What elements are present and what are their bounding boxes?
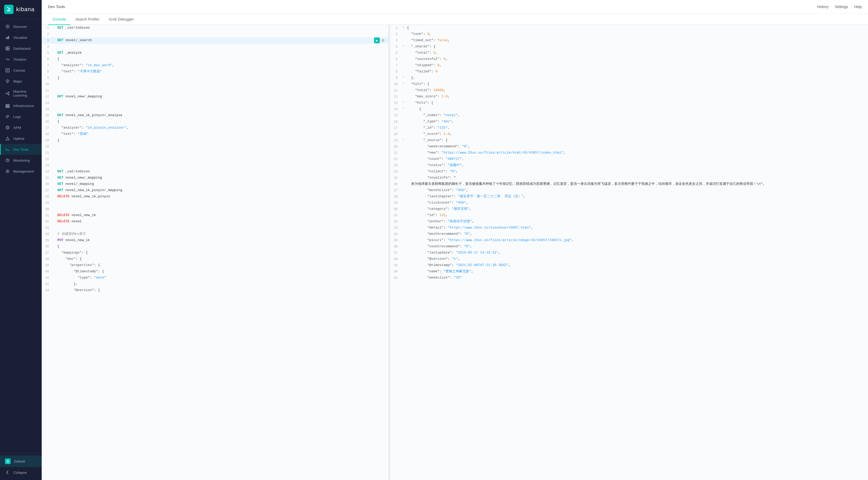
console-line-41[interactable]: 41 "type": "date" [42,275,389,281]
svg-line-18 [7,94,8,94]
sidebar-item-timelion[interactable]: Timelion [0,54,42,65]
output-fold-gutter[interactable]: ▾ [401,44,406,48]
sidebar-item-discover[interactable]: Discover [0,21,42,32]
fold-icon[interactable]: ▾ [402,75,404,79]
svg-point-15 [8,92,9,93]
console-line-40[interactable]: 40 "@timestamp": { [42,269,389,275]
console-line-16[interactable]: 16{ [42,119,389,125]
fold-icon[interactable]: ▾ [402,106,404,111]
console-line-26[interactable]: 26GET novel/_mapping [42,181,389,187]
output-fold-gutter[interactable]: ▾ [401,100,406,104]
sidebar-item-space-label: Default [14,459,25,464]
console-line-5[interactable]: 5GET _analyze [42,50,389,56]
console-line-20[interactable]: 20 [42,144,389,150]
line-number: 14 [43,106,52,112]
output-line-29: 29 "clickcount": "456", [390,200,868,206]
console-line-12[interactable]: 12GET novel_new/_mapping [42,94,389,100]
console-line-24[interactable]: 24GET _cat/indices [42,169,389,175]
console-line-6[interactable]: 6{ [42,56,389,63]
sidebar-item-apm[interactable]: APM [0,122,42,133]
console-line-35[interactable]: 35PUT novel_new_ik [42,237,389,244]
line-number: 37 [43,250,52,255]
console-line-29[interactable]: 29 [42,200,389,206]
console-editor[interactable]: 1GET _cat/indices23GET novel/_search ▶ ⚙… [42,25,389,480]
line-number: 30 [43,206,52,212]
fold-icon[interactable]: ▾ [402,137,404,142]
console-line-36[interactable]: 36{ [42,244,389,250]
sidebar-item-ml[interactable]: Machine Learning [0,87,42,100]
sidebar-item-logs[interactable]: Logs [0,111,42,122]
console-line-38[interactable]: 38 "doc": { [42,256,389,263]
line-content: GET novel_new/_mapping [56,175,388,181]
console-line-13[interactable]: 13 [42,100,389,106]
editor-area: 1GET _cat/indices23GET novel/_search ▶ ⚙… [42,25,868,480]
output-line-13: 13▾ "hits": [ [390,100,868,106]
console-line-31[interactable]: 31DELETE novel_new_ik [42,212,389,219]
space-icon: D [5,458,11,464]
console-line-1[interactable]: 1GET _cat/indices [42,25,389,31]
console-line-8[interactable]: 8 "text": "卡弗卡大数据" [42,69,389,75]
console-line-15[interactable]: 15GET novel_new_ik_pinyin/_analyze [42,112,389,119]
console-line-28[interactable]: 28DELETE novel_new_ik_pinyin [42,194,389,200]
console-line-22[interactable]: 22 [42,156,389,163]
console-line-42[interactable]: 42 }, [42,281,389,287]
sidebar-item-space[interactable]: D Default [0,455,42,467]
console-line-9[interactable]: 9} [42,75,389,81]
sidebar-item-canvas[interactable]: Canvas [0,65,42,76]
fold-icon[interactable]: ▾ [402,25,404,29]
output-line-number: 12 [391,94,401,99]
tab-console[interactable]: Console [48,13,71,25]
output-line-number: 28 [391,194,401,199]
settings-link[interactable]: Settings [835,5,848,9]
console-line-43[interactable]: 43 "@version": { [42,287,389,294]
output-fold-gutter[interactable]: ▾ [401,81,406,85]
sidebar-item-visualize[interactable]: Visualize [0,32,42,43]
sidebar-item-monitoring[interactable]: Monitoring [0,155,42,166]
console-line-3[interactable]: 3GET novel/_search ▶ ⚙ [42,37,389,44]
output-editor[interactable]: 1▾{2 "took": 0,3 "timed_out": false,4▾ "… [390,25,868,480]
console-line-30[interactable]: 30 [42,206,389,212]
console-line-7[interactable]: 7 "analyzer": "ik_max_word", [42,63,389,69]
console-line-33[interactable]: 33 [42,225,389,231]
fold-icon[interactable]: ▾ [402,81,404,85]
output-line-number: 18 [391,131,401,137]
sidebar-item-maps[interactable]: Maps [0,76,42,87]
fold-icon[interactable]: ▾ [402,44,404,48]
console-line-10[interactable]: 10 [42,81,389,88]
sidebar-item-collapse[interactable]: Collapse [0,467,42,478]
console-line-37[interactable]: 37 "mappings": { [42,250,389,256]
line-number: 22 [43,156,52,162]
sidebar-item-dashboard[interactable]: Dashboard [0,43,42,54]
line-settings-button[interactable]: ⚙ [381,38,385,43]
console-line-17[interactable]: 17 "analyzer": "ik_pinyin_analyzer", [42,125,389,131]
console-line-4[interactable]: 4 [42,44,389,50]
run-button[interactable]: ▶ [374,37,380,43]
help-link[interactable]: Help [854,5,862,9]
output-line-number: 38 [391,256,401,262]
console-line-2[interactable]: 2 [42,31,389,37]
console-line-21[interactable]: 21 [42,150,389,156]
console-line-18[interactable]: 18 "text": "英雄" [42,131,389,137]
console-line-39[interactable]: 39 "properties": { [42,263,389,269]
sidebar-item-infra[interactable]: Infrastructure [0,100,42,111]
console-line-14[interactable]: 14 [42,106,389,112]
console-line-11[interactable]: 11 [42,88,389,94]
sidebar-item-devtools[interactable]: Dev Tools [0,144,42,155]
fold-icon[interactable]: ▾ [402,100,404,104]
output-fold-gutter[interactable]: ▾ [401,137,406,142]
sidebar-item-management[interactable]: Management [0,166,42,177]
history-link[interactable]: History [817,5,829,9]
app-logo[interactable]: kibana [0,0,42,19]
output-fold-gutter[interactable]: ▾ [401,75,406,79]
console-line-19[interactable]: 19} [42,137,389,144]
console-line-25[interactable]: 25GET novel_new/_mapping [42,175,389,181]
output-fold-gutter[interactable]: ▾ [401,106,406,111]
tab-search-profiler[interactable]: Search Profiler [71,13,104,25]
output-fold-gutter[interactable]: ▾ [401,25,406,29]
console-line-34[interactable]: 34# 创建新的es索引 [42,231,389,237]
sidebar-item-uptime[interactable]: Uptime [0,133,42,144]
tab-grok-debugger[interactable]: Grok Debugger [104,13,138,25]
console-line-23[interactable]: 23 [42,163,389,169]
console-line-32[interactable]: 32DELETE novel [42,219,389,225]
console-line-27[interactable]: 27GET novel_new_ik_pinyin/_mapping [42,187,389,194]
